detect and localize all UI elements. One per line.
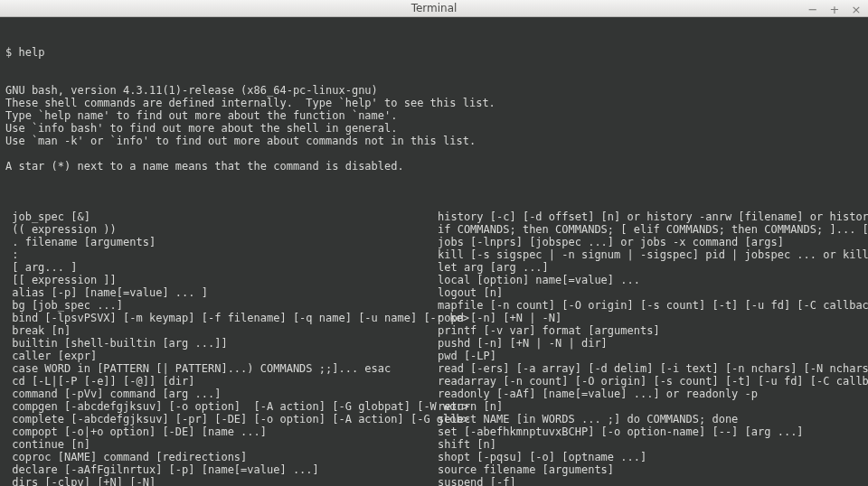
terminal-viewport[interactable]: $ help GNU bash, version 4.3.11(1)-relea… <box>0 17 868 486</box>
help-left-line: complete [-abcdefgjksuv] [-pr] [-DE] [-o… <box>5 413 438 425</box>
help-left-line: job_spec [&] <box>5 210 438 223</box>
help-left-line: builtin [shell-builtin [arg ...]] <box>5 337 438 350</box>
help-header-line: Use `man -k' or `info' to find out more … <box>5 135 863 147</box>
titlebar[interactable]: Terminal − + × <box>0 0 868 17</box>
help-left-line: break [n] <box>5 324 438 337</box>
help-header-line: Type `help name' to find out more about … <box>5 109 863 122</box>
help-right-line: set [-abefhkmnptuvxBCHP] [-o option-name… <box>438 425 868 438</box>
help-header-line: GNU bash, version 4.3.11(1)-release (x86… <box>5 84 863 97</box>
help-right-line: pushd [-n] [+N | -N | dir] <box>438 337 868 350</box>
help-right-line: popd [-n] [+N | -N] <box>438 312 868 324</box>
help-left-line: alias [-p] [name[=value] ... ] <box>5 286 438 299</box>
help-column-left: job_spec [&] (( expression )) . filename… <box>5 210 438 486</box>
help-right-line: local [option] name[=value] ... <box>438 274 868 286</box>
help-right-line: jobs [-lnprs] [jobspec ...] or jobs -x c… <box>438 236 868 248</box>
help-column-right: history [-c] [-d offset] [n] or history … <box>438 210 868 486</box>
help-columns: job_spec [&] (( expression )) . filename… <box>5 210 863 486</box>
help-left-line: case WORD in [PATTERN [| PATTERN]...) CO… <box>5 362 438 375</box>
help-header-line <box>5 173 863 185</box>
help-left-line: caller [expr] <box>5 350 438 362</box>
help-header-line: Use `info bash' to find out more about t… <box>5 122 863 135</box>
help-left-line: [[ expression ]] <box>5 274 438 286</box>
help-left-line: [ arg... ] <box>5 261 438 274</box>
help-left-line: command [-pVv] command [arg ...] <box>5 388 438 400</box>
help-right-line: if COMMANDS; then COMMANDS; [ elif COMMA… <box>438 223 868 236</box>
help-right-line: logout [n] <box>438 286 868 299</box>
help-right-line: read [-ers] [-a array] [-d delim] [-i te… <box>438 362 868 375</box>
help-left-line: : <box>5 248 438 261</box>
help-left-line: . filename [arguments] <box>5 236 438 248</box>
help-header-line <box>5 147 863 160</box>
help-left-line: compopt [-o|+o option] [-DE] [name ...] <box>5 425 438 438</box>
help-right-line: select NAME [in WORDS ... ;] do COMMANDS… <box>438 413 868 425</box>
help-right-line: mapfile [-n count] [-O origin] [-s count… <box>438 299 868 312</box>
help-left-line: declare [-aAfFgilnrtux] [-p] [name[=valu… <box>5 463 438 476</box>
help-right-line: let arg [arg ...] <box>438 261 868 274</box>
help-left-line: cd [-L|[-P [-e]] [-@]] [dir] <box>5 375 438 388</box>
help-right-line: readonly [-aAf] [name[=value] ...] or re… <box>438 388 868 400</box>
maximize-button[interactable]: + <box>828 4 841 16</box>
help-right-line: source filename [arguments] <box>438 463 868 476</box>
prompt-symbol: $ <box>5 46 18 59</box>
terminal-window: Terminal − + × $ help GNU bash, version … <box>0 0 868 486</box>
help-left-line: bg [job_spec ...] <box>5 299 438 312</box>
help-left-line: (( expression )) <box>5 223 438 236</box>
help-left-line: continue [n] <box>5 438 438 451</box>
entered-command: help <box>18 46 44 59</box>
help-right-line: readarray [-n count] [-O origin] [-s cou… <box>438 375 868 388</box>
help-right-line: printf [-v var] format [arguments] <box>438 324 868 337</box>
help-left-line: dirs [-clpv] [+N] [-N] <box>5 476 438 486</box>
help-right-line: shopt [-pqsu] [-o] [optname ...] <box>438 451 868 463</box>
help-right-line: return [n] <box>438 400 868 413</box>
help-header-line: These shell commands are defined interna… <box>5 97 863 109</box>
help-left-line: compgen [-abcdefgjksuv] [-o option] [-A … <box>5 400 438 413</box>
help-right-line: shift [n] <box>438 438 868 451</box>
help-right-line: kill [-s sigspec | -n signum | -sigspec]… <box>438 248 868 261</box>
window-controls: − + × <box>807 0 863 20</box>
help-right-line: pwd [-LP] <box>438 350 868 362</box>
help-left-line: bind [-lpsvPSVX] [-m keymap] [-f filenam… <box>5 312 438 324</box>
help-header-line: A star (*) next to a name means that the… <box>5 160 863 173</box>
help-right-line: history [-c] [-d offset] [n] or history … <box>438 210 868 223</box>
help-left-line: coproc [NAME] command [redirections] <box>5 451 438 463</box>
close-button[interactable]: × <box>850 4 863 16</box>
prompt-line: $ help <box>5 46 863 59</box>
minimize-button[interactable]: − <box>807 4 819 16</box>
help-header: GNU bash, version 4.3.11(1)-release (x86… <box>5 84 863 185</box>
window-title: Terminal <box>0 2 868 14</box>
help-right-line: suspend [-f] <box>438 476 868 486</box>
